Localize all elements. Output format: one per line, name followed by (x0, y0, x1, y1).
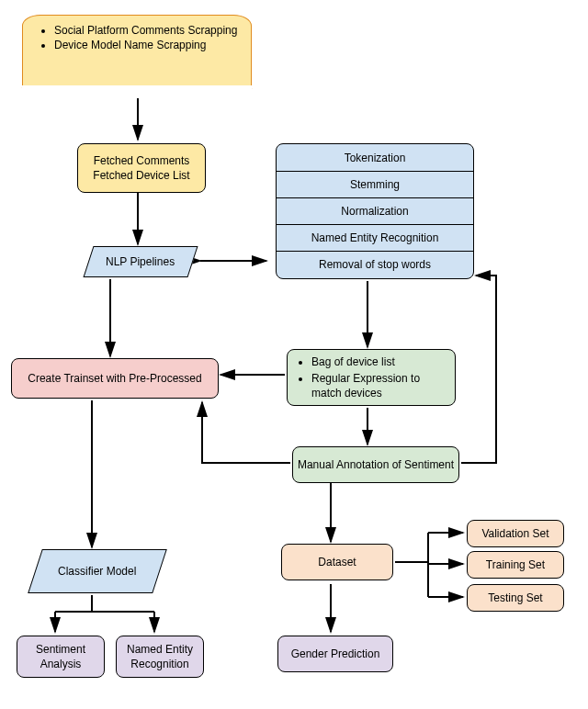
testing-label: Testing Set (488, 591, 542, 605)
create-trainset-label: Create Trainset with Pre-Processed (28, 371, 201, 386)
fetched-line1: Fetched Comments (94, 153, 190, 168)
sentiment-analysis-output: Sentiment Analysis (17, 636, 105, 678)
validation-label: Validation Set (481, 526, 548, 541)
nlp-pipelines-node: NLP Pipelines (83, 246, 198, 277)
input-item: Social Platform Comments Scrapping (54, 23, 238, 38)
nlp-step: Stemming (277, 172, 473, 198)
ner-output: Named Entity Recognition (116, 636, 204, 678)
bag-item: Regular Expression to match devices (311, 370, 449, 401)
nlp-steps-box: Tokenization Stemming Normalization Name… (276, 143, 474, 279)
validation-set-box: Validation Set (467, 520, 564, 547)
nlp-step: Normalization (277, 198, 473, 225)
manual-annotation-box: Manual Annotation of Sentiment (292, 446, 459, 483)
nlp-step: Removal of stop words (277, 252, 473, 277)
testing-set-box: Testing Set (467, 584, 564, 612)
dataset-label: Dataset (318, 555, 356, 569)
input-item: Device Model Name Scrapping (54, 38, 238, 52)
training-set-box: Training Set (467, 551, 564, 579)
dataset-box: Dataset (281, 544, 393, 580)
manual-annotation-label: Manual Annotation of Sentiment (298, 457, 454, 472)
bag-devices-box: Bag of device list Regular Expression to… (287, 349, 456, 406)
ner-label: Named Entity Recognition (117, 642, 203, 671)
nlp-step: Named Entity Recognition (277, 225, 473, 252)
sentiment-label: Sentiment Analysis (17, 642, 104, 671)
fetched-line2: Fetched Device List (93, 168, 189, 183)
classifier-model-node: Classifier Model (28, 549, 167, 593)
nlp-step: Tokenization (277, 145, 473, 172)
classifier-label: Classifier Model (58, 564, 136, 579)
nlp-label: NLP Pipelines (106, 254, 175, 269)
fetched-box: Fetched Comments Fetched Device List (77, 143, 206, 193)
training-label: Training Set (486, 557, 545, 572)
gender-label: Gender Prediction (291, 647, 380, 661)
bag-item: Bag of device list (311, 354, 449, 370)
gender-prediction-output: Gender Prediction (277, 636, 393, 672)
create-trainset-box: Create Trainset with Pre-Processed (11, 358, 219, 399)
input-sources-banner: Social Platform Comments Scrapping Devic… (22, 15, 252, 88)
